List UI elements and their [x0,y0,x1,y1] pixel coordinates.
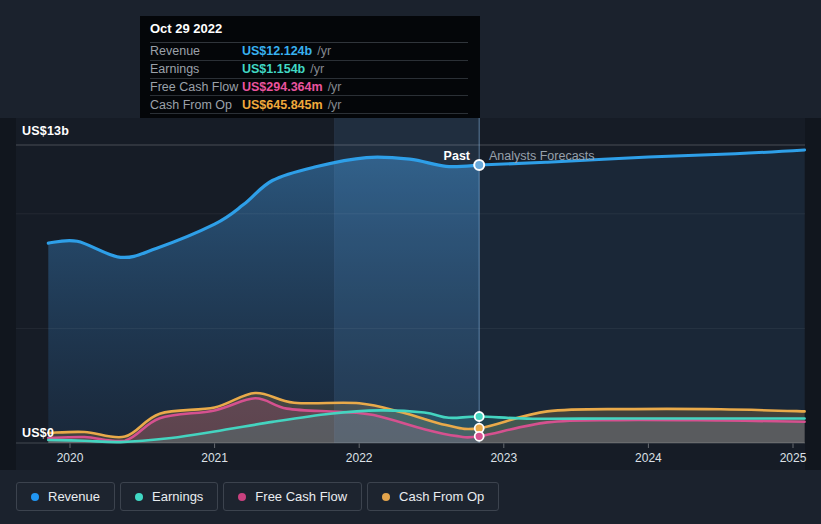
legend-item-cash-from-op[interactable]: Cash From Op [367,482,499,511]
legend-label: Earnings [152,489,203,504]
tooltip-row-unit: /yr [328,80,342,94]
tooltip-row-unit: /yr [310,62,324,76]
legend-label: Free Cash Flow [255,489,347,504]
tooltip-row-earnings: EarningsUS$1.154b/yr [150,61,468,79]
legend: RevenueEarningsFree Cash FlowCash From O… [16,482,499,511]
divider-dot-earnings[interactable] [475,412,484,421]
tooltip-row-value: US$12.124b [242,44,312,58]
x-axis: 202020212022202320242025 [0,451,821,467]
x-tick-2024: 2024 [623,451,673,465]
earnings-legend-dot-icon [135,493,143,501]
tooltip-row-value: US$1.154b [242,62,305,76]
chart-root: US$13b US$0 Past Analysts Forecasts 2020… [0,0,821,524]
divider-dot-free-cash-flow[interactable] [475,432,484,441]
x-tick-2020: 2020 [45,451,95,465]
analysts-forecasts-label: Analysts Forecasts [489,149,595,163]
y-axis-label-zero: US$0 [22,426,54,440]
tooltip-row-label: Cash From Op [150,98,242,112]
legend-item-free-cash-flow[interactable]: Free Cash Flow [223,482,362,511]
revenue-forecast-area [479,150,804,443]
tooltip-row-label: Earnings [150,62,242,76]
tooltip-row-unit: /yr [328,98,342,112]
x-tick-2022: 2022 [334,451,384,465]
tooltip-row-value: US$645.845m [242,98,323,112]
divider-dot-revenue[interactable] [474,160,484,170]
past-label: Past [0,149,470,163]
legend-label: Cash From Op [399,489,484,504]
tooltip: Oct 29 2022 RevenueUS$12.124b/yrEarnings… [140,16,480,118]
legend-item-earnings[interactable]: Earnings [120,482,218,511]
tooltip-row-label: Free Cash Flow [150,80,242,94]
tooltip-row-cash-from-op: Cash From OpUS$645.845m/yr [150,96,468,114]
legend-item-revenue[interactable]: Revenue [16,482,115,511]
tooltip-row-value: US$294.364m [242,80,323,94]
revenue-legend-dot-icon [31,493,39,501]
tooltip-row-label: Revenue [150,44,242,58]
tooltip-row-unit: /yr [317,44,331,58]
x-tick-2025: 2025 [768,451,818,465]
x-tick-2023: 2023 [479,451,529,465]
x-tick-2021: 2021 [190,451,240,465]
legend-label: Revenue [48,489,100,504]
free-cash-flow-legend-dot-icon [238,493,246,501]
tooltip-row-revenue: RevenueUS$12.124b/yr [150,43,468,61]
cash-from-op-legend-dot-icon [382,493,390,501]
y-axis-label-max: US$13b [22,124,69,138]
tooltip-row-free-cash-flow: Free Cash FlowUS$294.364m/yr [150,79,468,97]
tooltip-date: Oct 29 2022 [150,16,468,43]
